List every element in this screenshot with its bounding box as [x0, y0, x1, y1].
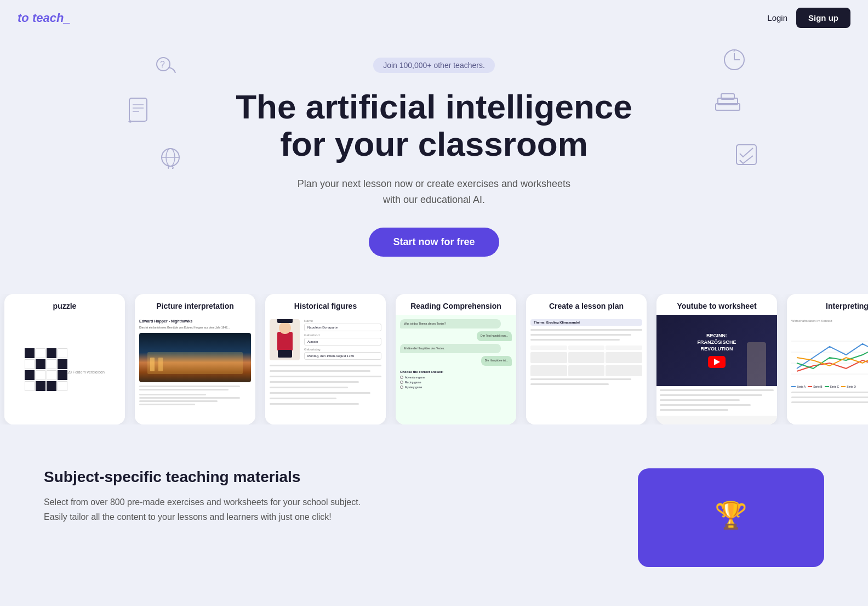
svg-rect-5 [129, 98, 147, 121]
cta-button[interactable]: Start now for free [369, 228, 499, 257]
card-preview-interpreting: Wirtschaftsdaten im Kontext [787, 315, 868, 424]
card-preview-picture: Edward Hopper - Nighthawks Dies ist ein … [135, 315, 255, 424]
svg-text:?: ? [160, 60, 165, 69]
bottom-trophy-card: 🏆 [638, 468, 824, 567]
card-label-youtube: Youtube to worksheet [656, 294, 777, 315]
navbar-right: Login Sign up [767, 8, 850, 28]
card-historical-figures[interactable]: Historical figures [265, 294, 386, 424]
signup-button[interactable]: Sign up [796, 8, 850, 28]
card-preview-youtube: BEGINN:FRANZÖSISCHEREVOLUTION [656, 315, 777, 424]
card-preview-historical: Name Napoléon Bonaparte Geburtsort Ajacc… [265, 315, 386, 424]
card-puzzle[interactable]: puzzle [4, 294, 125, 424]
bottom-section: Subject-specific teaching materials Sele… [0, 435, 868, 589]
bottom-heading: Subject-specific teaching materials [44, 468, 616, 486]
hero-badge: Join 100,000+ other teachers. [373, 58, 495, 73]
bottom-description: Select from over 800 pre-made exercises … [44, 495, 373, 524]
card-youtube-worksheet[interactable]: Youtube to worksheet BEGINN:FRANZÖSISCHE… [656, 294, 777, 424]
hero-section: ? [0, 36, 868, 268]
card-label-puzzle: puzzle [4, 294, 125, 315]
cards-track[interactable]: puzzle [0, 294, 868, 424]
card-label-interpreting: Interpreting [787, 294, 868, 315]
navbar: to teach_ Login Sign up [0, 0, 868, 36]
card-label-reading: Reading Comprehension [396, 294, 516, 315]
checklist-icon [734, 143, 758, 167]
card-label-historical: Historical figures [265, 294, 386, 315]
hero-title: The artificial intelligence for your cla… [220, 88, 648, 163]
bottom-text: Subject-specific teaching materials Sele… [44, 468, 616, 524]
card-lesson-plan[interactable]: Create a lesson plan Theme: Eroding Klim… [526, 294, 647, 424]
card-interpreting[interactable]: Interpreting Wirtschaftsdaten im Kontext [787, 294, 868, 424]
card-label-picture: Picture interpretation [135, 294, 255, 315]
hero-subtitle: Plan your next lesson now or create exer… [292, 176, 576, 208]
trophy-icon: 🏆 [715, 500, 747, 531]
books-icon [713, 90, 742, 115]
card-preview-puzzle: 28 Feldern verbleiben [4, 315, 125, 424]
card-preview-reading: Was ist das Thema dieses Textes? Der Tex… [396, 315, 516, 424]
card-picture-interpretation[interactable]: Picture interpretation Edward Hopper - N… [135, 294, 255, 424]
card-preview-lesson: Theme: Eroding Klimawandel [526, 315, 647, 424]
cards-carousel: puzzle [0, 294, 868, 435]
question-mark-icon: ? [153, 52, 181, 80]
scroll-icon [126, 96, 150, 124]
globe-icon [159, 145, 182, 169]
logo[interactable]: to teach_ [18, 11, 71, 25]
clock-icon [721, 47, 747, 73]
card-label-lesson: Create a lesson plan [526, 294, 647, 315]
card-reading-comprehension[interactable]: Reading Comprehension Was ist das Thema … [396, 294, 516, 424]
login-button[interactable]: Login [767, 13, 787, 22]
